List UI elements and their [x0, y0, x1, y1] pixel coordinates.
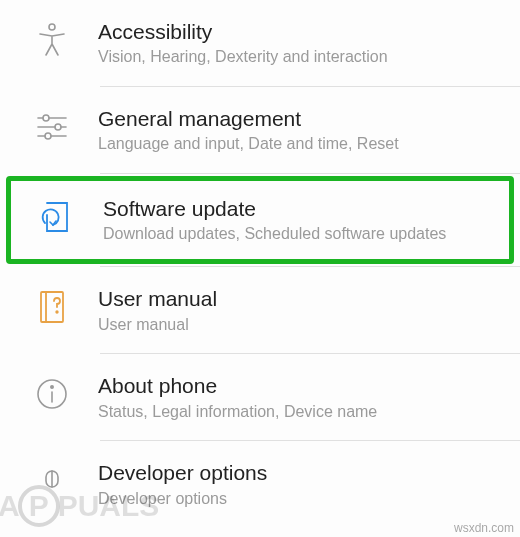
item-subtitle: Vision, Hearing, Dexterity and interacti… [98, 47, 502, 68]
settings-item-text: About phone Status, Legal information, D… [82, 372, 502, 422]
settings-item-accessibility[interactable]: Accessibility Vision, Hearing, Dexterity… [0, 0, 520, 86]
svg-point-0 [49, 24, 55, 30]
svg-rect-7 [41, 292, 63, 322]
item-title: Accessibility [98, 18, 502, 45]
software-update-icon [27, 195, 87, 235]
svg-point-6 [45, 133, 51, 139]
item-subtitle: User manual [98, 315, 502, 336]
settings-item-text: General management Language and input, D… [82, 105, 502, 155]
item-subtitle: Language and input, Date and time, Reset [98, 134, 502, 155]
svg-point-11 [51, 386, 53, 388]
settings-item-general-management[interactable]: General management Language and input, D… [0, 87, 520, 173]
user-manual-icon [22, 285, 82, 325]
settings-item-about-phone[interactable]: About phone Status, Legal information, D… [0, 354, 520, 440]
item-title: Developer options [98, 459, 502, 486]
settings-item-text: Software update Download updates, Schedu… [87, 195, 497, 245]
item-title: User manual [98, 285, 502, 312]
watermark-right: wsxdn.com [454, 521, 514, 535]
item-title: General management [98, 105, 502, 132]
watermark-left: APPUALS [0, 485, 159, 527]
settings-list: Accessibility Vision, Hearing, Dexterity… [0, 0, 520, 528]
settings-item-software-update[interactable]: Software update Download updates, Schedu… [6, 176, 514, 264]
accessibility-icon [22, 18, 82, 58]
settings-item-text: User manual User manual [82, 285, 502, 335]
svg-point-4 [55, 124, 61, 130]
item-title: Software update [103, 195, 497, 222]
general-management-icon [22, 105, 82, 145]
item-subtitle: Download updates, Scheduled software upd… [103, 224, 497, 245]
svg-point-2 [43, 115, 49, 121]
about-phone-icon [22, 372, 82, 412]
settings-item-text: Accessibility Vision, Hearing, Dexterity… [82, 18, 502, 68]
svg-point-9 [56, 311, 58, 313]
settings-item-user-manual[interactable]: User manual User manual [0, 267, 520, 353]
item-subtitle: Status, Legal information, Device name [98, 402, 502, 423]
item-title: About phone [98, 372, 502, 399]
divider [100, 173, 520, 174]
